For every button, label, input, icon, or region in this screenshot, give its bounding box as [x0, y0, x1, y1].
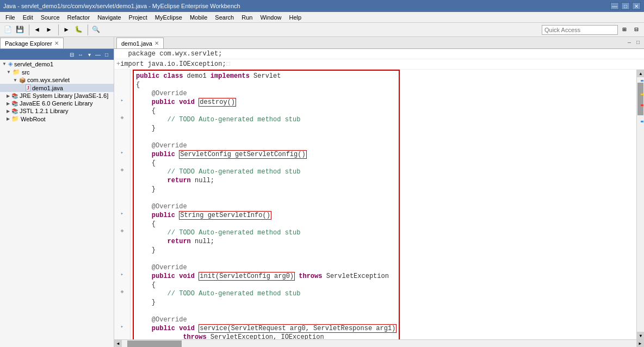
scroll-marker-red	[641, 104, 643, 106]
expand-icon: ▶	[7, 116, 10, 121]
sidebar-item-servlet_demo1[interactable]: ▼ ◈ servlet_demo1	[0, 60, 114, 68]
code-line-21: }	[136, 246, 397, 255]
sidebar-item-label: com.wyx.servlet	[27, 77, 70, 83]
link-with-editor-icon[interactable]: ↔	[77, 51, 84, 58]
toolbar-forward[interactable]: ▶	[44, 24, 54, 35]
maximize-editor-icon[interactable]: □	[634, 39, 642, 47]
sidebar-item-javaee[interactable]: ▶ 📚 JavaEE 6.0 Generic Library	[0, 100, 114, 107]
lib-icon: 📚	[11, 101, 18, 107]
editor-tab-close[interactable]: ✕	[154, 40, 159, 46]
editor-tab-actions: — □	[626, 37, 644, 48]
scroll-track[interactable]	[637, 77, 644, 332]
menu-help[interactable]: Help	[286, 13, 305, 22]
sidebar-item-package[interactable]: ▼ 📦 com.wyx.servlet	[0, 76, 114, 84]
package-explorer-tab[interactable]: Package Explorer ✕	[0, 38, 64, 48]
code-line-6: // TODO Auto-generated method stub	[136, 115, 397, 124]
menu-myeclipse[interactable]: MyEclipse	[152, 13, 185, 22]
expand-icon: ▶	[7, 94, 10, 98]
expand-icon: ▼	[7, 70, 11, 75]
code-line-15	[136, 194, 397, 202]
gutter-line-25	[114, 278, 130, 287]
package-explorer-close[interactable]: ✕	[54, 40, 59, 46]
sidebar-menu-icon[interactable]: ▾	[85, 51, 93, 58]
scroll-marker-blue	[641, 80, 643, 82]
sidebar-item-src[interactable]: ▼ 📁 src	[0, 68, 114, 76]
code-line-27: }	[136, 298, 397, 307]
scroll-left-button[interactable]: ◀	[114, 340, 122, 348]
code-line-1: public class demo1 implements Servlet	[136, 72, 397, 80]
maximize-button[interactable]: □	[621, 2, 630, 10]
menu-refactor[interactable]: Refactor	[64, 13, 94, 22]
collapse-arrow-3[interactable]: ▸	[114, 209, 130, 218]
toolbar-save[interactable]: 💾	[14, 24, 25, 35]
code-line-30: public void service(ServletRequest arg0,…	[136, 324, 397, 333]
quick-access-input[interactable]	[542, 25, 618, 35]
vertical-scrollbar[interactable]: ▲ ▼	[636, 70, 644, 339]
toolbar-run[interactable]: ▶	[61, 24, 72, 35]
code-line-11: {	[136, 159, 397, 168]
toolbar-view[interactable]: ⊟	[631, 24, 642, 35]
menu-window[interactable]: Window	[257, 13, 284, 22]
gutter-line-29	[114, 313, 130, 322]
scroll-thumb[interactable]	[637, 83, 643, 115]
scroll-marker-yellow	[641, 94, 643, 95]
main-content: ⊟ ↔ ▾ — □ ▼ ◈ servlet_demo1 ▼ 📁 src ▼	[0, 49, 644, 347]
sidebar-item-jstl[interactable]: ▶ 📚 JSTL 1.2.1 Library	[0, 107, 114, 115]
gutter-diamond-2: ◆	[114, 165, 130, 174]
menu-file[interactable]: File	[2, 13, 18, 22]
code-line-18: {	[136, 220, 397, 228]
sidebar-item-webroot[interactable]: ▶ 📁 WebRoot	[0, 115, 114, 123]
toolbar-new[interactable]: 📄	[2, 24, 13, 35]
sidebar-maximize-icon[interactable]: □	[103, 51, 110, 58]
code-line-3: @Override	[136, 89, 397, 98]
code-line-2: {	[136, 80, 397, 89]
menu-search[interactable]: Search	[212, 13, 237, 22]
sidebar-item-demo1java[interactable]: J demo1.java	[0, 84, 114, 92]
horizontal-scrollbar[interactable]: ◀ ▶	[114, 339, 644, 347]
collapse-arrow-5[interactable]: ▸	[114, 322, 130, 331]
scroll-marker-blue2	[641, 121, 643, 122]
scroll-up-button[interactable]: ▲	[637, 70, 644, 77]
collapse-arrow-4[interactable]: ▸	[114, 270, 130, 278]
gutter-line-8	[114, 131, 130, 139]
minimize-button[interactable]: —	[610, 2, 619, 10]
toolbar-sep3	[86, 24, 88, 35]
code-line-7: }	[136, 124, 397, 133]
expand-icon: ▶	[7, 101, 10, 106]
sidebar-item-label: JRE System Library [JavaSE-1.6]	[20, 92, 108, 99]
scroll-down-button[interactable]: ▼	[637, 332, 644, 339]
sidebar-minimize-icon[interactable]: —	[94, 51, 102, 58]
editor-tab-demo1[interactable]: demo1.java ✕	[116, 38, 164, 48]
toolbar-search[interactable]: 🔍	[90, 24, 101, 35]
gutter-line-16	[114, 200, 130, 209]
h-scroll-track[interactable]	[122, 340, 636, 348]
sidebar-item-label: src	[22, 69, 30, 76]
sidebar-item-label: JSTL 1.2.1 Library	[20, 108, 68, 114]
toolbar-perspective[interactable]: ⊞	[619, 24, 630, 35]
code-line-17: public String getServletInfo()	[136, 211, 397, 220]
menu-run[interactable]: Run	[238, 13, 256, 22]
collapse-arrow-2[interactable]: ▸	[114, 148, 130, 157]
close-button[interactable]: ✕	[632, 2, 641, 10]
collapse-all-icon[interactable]: ⊟	[68, 51, 76, 58]
scroll-right-button[interactable]: ▶	[636, 340, 644, 348]
sidebar-item-jre[interactable]: ▶ 📚 JRE System Library [JavaSE-1.6]	[0, 92, 114, 100]
gutter-line-11	[114, 157, 130, 165]
editor-content[interactable]: package com.wyx.servlet; +import java.io…	[114, 49, 644, 347]
toolbar-back[interactable]: ◀	[32, 24, 42, 35]
menu-project[interactable]: Project	[126, 13, 151, 22]
minimize-editor-icon[interactable]: —	[626, 39, 633, 47]
code-line-26: // TODO Auto-generated method stub	[136, 289, 397, 298]
menu-navigate[interactable]: Navigate	[94, 13, 124, 22]
collapse-arrow-1[interactable]: ▸	[114, 96, 130, 104]
toolbar-debug[interactable]: 🐛	[73, 24, 84, 35]
h-scroll-thumb[interactable]	[127, 340, 182, 347]
gutter-line-7	[114, 122, 130, 131]
menu-mobile[interactable]: Mobile	[187, 13, 210, 22]
menu-source[interactable]: Source	[38, 13, 63, 22]
code-editor[interactable]: public class demo1 implements Servlet { …	[131, 70, 636, 339]
editor-tab-label: demo1.java	[121, 40, 152, 47]
menu-edit[interactable]: Edit	[20, 13, 36, 22]
package-icon: 📦	[19, 77, 26, 83]
code-line-13: return null;	[136, 176, 397, 185]
